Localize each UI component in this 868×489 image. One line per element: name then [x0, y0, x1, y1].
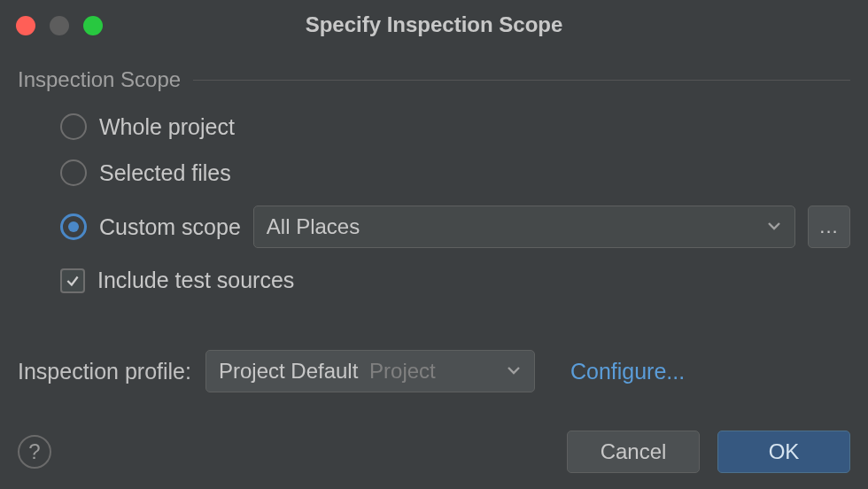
window-controls	[16, 16, 103, 35]
radio-icon	[60, 113, 87, 140]
radio-label: Custom scope	[99, 214, 241, 240]
chevron-down-icon	[506, 359, 522, 384]
ellipsis-icon: ...	[819, 215, 838, 238]
dialog-title: Specify Inspection Scope	[306, 12, 563, 37]
section-heading: Inspection Scope	[18, 67, 181, 92]
cancel-button[interactable]: Cancel	[567, 431, 700, 473]
custom-scope-dropdown[interactable]: All Places	[253, 206, 795, 248]
divider	[193, 80, 850, 81]
profile-dropdown[interactable]: Project Default Project	[205, 350, 535, 392]
radio-label: Whole project	[99, 114, 235, 140]
radio-label: Selected files	[99, 160, 231, 186]
profile-label: Inspection profile:	[18, 359, 191, 384]
radio-icon-selected	[60, 213, 87, 240]
scope-options: Whole project Selected files Custom scop…	[18, 113, 850, 293]
radio-whole-project[interactable]: Whole project	[60, 113, 850, 140]
configure-link[interactable]: Configure...	[570, 359, 685, 384]
dialog-content: Inspection Scope Whole project Selected …	[0, 50, 868, 392]
ok-button[interactable]: OK	[717, 431, 850, 473]
dialog-footer: ? Cancel OK	[18, 431, 850, 473]
help-button[interactable]: ?	[18, 435, 51, 469]
button-label: OK	[769, 439, 800, 464]
titlebar: Specify Inspection Scope	[0, 0, 868, 50]
radio-icon	[60, 159, 87, 186]
dropdown-value: All Places	[267, 214, 360, 239]
browse-scope-button[interactable]: ...	[808, 206, 850, 248]
close-window-button[interactable]	[16, 16, 35, 35]
section-header: Inspection Scope	[18, 67, 850, 92]
chevron-down-icon	[766, 214, 782, 239]
help-icon: ?	[28, 439, 40, 464]
maximize-window-button[interactable]	[83, 16, 103, 35]
radio-selected-files[interactable]: Selected files	[60, 159, 850, 186]
include-tests-checkbox[interactable]: Include test sources	[60, 268, 850, 293]
minimize-window-button[interactable]	[50, 16, 69, 35]
profile-subvalue: Project	[369, 359, 436, 383]
footer-buttons: Cancel OK	[567, 431, 850, 473]
radio-custom-scope-row: Custom scope All Places ...	[60, 206, 850, 248]
radio-custom-scope[interactable]: Custom scope	[60, 213, 241, 240]
profile-value: Project Default	[219, 359, 358, 383]
inspection-profile-row: Inspection profile: Project Default Proj…	[18, 350, 850, 392]
button-label: Cancel	[601, 439, 667, 464]
checkbox-label: Include test sources	[97, 268, 294, 293]
checkbox-icon	[60, 268, 85, 293]
